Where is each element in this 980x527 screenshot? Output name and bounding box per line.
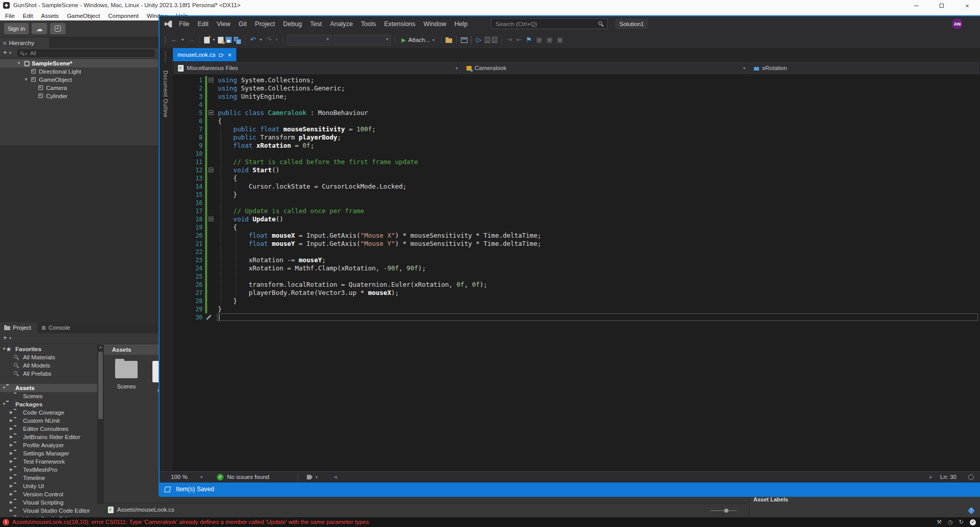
attach-button[interactable]: ▶Attach...▾ <box>399 37 437 43</box>
open-folder-icon[interactable] <box>446 38 452 43</box>
tab-project[interactable]: Project <box>0 322 37 333</box>
navbar-member-dropdown[interactable]: xRotation <box>750 62 979 74</box>
error-icon[interactable]: ! <box>3 519 9 525</box>
document-icon[interactable] <box>485 37 490 43</box>
add-object-caret-icon[interactable]: ▾ <box>9 51 11 55</box>
project-item-profile-analyzer[interactable]: ▶Profile Analyzer <box>0 441 97 449</box>
preview-window-icon[interactable] <box>461 37 467 43</box>
tab-mouselook[interactable]: mouseLook.cs × <box>173 48 236 61</box>
document-outline-tab[interactable]: Document Outline <box>163 71 169 118</box>
project-item-textmeshpro[interactable]: ▶TextMeshPro <box>0 466 97 474</box>
navigate-back-icon[interactable]: ← <box>170 34 179 45</box>
code-line-1[interactable]: 1using System.Collections; <box>173 76 980 84</box>
caret-down-icon[interactable]: ▼ <box>24 76 28 84</box>
scroll-right-icon[interactable]: ▶ <box>929 472 933 483</box>
vs-menu-tools[interactable]: Tools <box>357 16 380 32</box>
sign-in-button[interactable]: Sign in <box>4 23 29 34</box>
code-line-15[interactable]: 15 } <box>173 191 980 199</box>
project-item-visual-scripting[interactable]: ▶Visual Scripting <box>0 498 97 507</box>
project-item-scenes[interactable]: Scenes <box>0 392 97 400</box>
vs-menu-debug[interactable]: Debug <box>279 16 306 32</box>
code-line-26[interactable]: 26 transform.localRotation = Quaternion.… <box>173 281 980 289</box>
project-item-code-coverage[interactable]: ▶Code Coverage <box>0 408 97 417</box>
navigate-forward-icon[interactable]: → <box>187 34 195 45</box>
project-item-favorites[interactable]: ▼★Favorites <box>0 345 97 353</box>
caret-right-icon[interactable]: ▶ <box>10 417 13 425</box>
code-line-17[interactable]: 17 // Update is called once per frame <box>173 207 980 215</box>
solution-name[interactable]: Solution1 <box>615 18 648 29</box>
indent-icon[interactable]: ⇥ <box>506 34 514 45</box>
caret-right-icon[interactable]: ▶ <box>10 433 13 441</box>
project-item-timeline[interactable]: ▶Timeline <box>0 474 97 482</box>
unity-menu-file[interactable]: File <box>1 11 19 20</box>
project-item-test-framework[interactable]: ▶Test Framework <box>0 457 97 466</box>
tab-console[interactable]: ≣Console <box>37 322 76 333</box>
caret-right-icon[interactable]: ▶ <box>10 441 13 449</box>
code-line-28[interactable]: 28 } <box>173 297 980 305</box>
project-item-version-control[interactable]: ▶Version Control <box>0 490 97 498</box>
comment-icon[interactable]: ▣ <box>535 34 543 45</box>
minimize-button[interactable] <box>903 0 929 11</box>
quick-actions-icon[interactable] <box>207 315 212 320</box>
vs-search-input[interactable]: Search (Ctrl+Q) <box>491 18 608 29</box>
code-line-11[interactable]: 11 // Start is called before the first f… <box>173 158 980 166</box>
unity-menu-component[interactable]: Component <box>104 11 142 20</box>
navbar-project-dropdown[interactable]: Miscellaneous Files ▾ <box>174 62 461 74</box>
fold-collapse-icon[interactable] <box>209 78 213 82</box>
refresh-icon[interactable]: ↻ <box>959 518 964 526</box>
add-object-button[interactable]: + <box>3 49 7 56</box>
code-line-16[interactable]: 16 <box>173 199 980 207</box>
fold-collapse-icon[interactable] <box>209 110 213 115</box>
vs-menu-window[interactable]: Window <box>419 16 450 32</box>
tag-filter-icon[interactable] <box>307 475 313 479</box>
code-line-25[interactable]: 25 <box>173 272 980 281</box>
project-item-assets[interactable]: ▼Assets <box>0 384 97 392</box>
save-all-icon[interactable] <box>234 37 240 43</box>
vs-menu-test[interactable]: Test <box>306 16 326 32</box>
code-line-5[interactable]: 5public class Cameralook : MonoBehaviour <box>173 109 980 117</box>
tag-caret-icon[interactable]: ▾ <box>316 472 318 483</box>
navbar-type-dropdown[interactable]: Cameralook ▾ <box>462 62 749 74</box>
caret-right-icon[interactable]: ▶ <box>10 474 13 482</box>
save-icon[interactable] <box>226 37 232 43</box>
zoom-caret-icon[interactable]: ▾ <box>201 472 203 483</box>
caret-right-icon[interactable]: ▶ <box>10 457 13 466</box>
caret-down-icon[interactable]: ▼ <box>17 59 21 67</box>
hierarchy-item-gameobject[interactable]: ▼GameObject <box>0 76 158 84</box>
add-item-icon[interactable] <box>218 37 224 43</box>
platform-combobox[interactable] <box>333 35 391 45</box>
project-item-settings-manager[interactable]: ▶Settings Manager <box>0 449 97 457</box>
project-item-unity-ui[interactable]: ▶Unity UI <box>0 482 97 490</box>
code-line-3[interactable]: 3using UnityEngine; <box>173 93 980 101</box>
scrollbar-up-icon[interactable]: ▲ <box>99 345 102 349</box>
close-button[interactable]: × <box>954 0 980 11</box>
caret-right-icon[interactable]: ▶ <box>10 449 13 457</box>
document-icon[interactable] <box>492 37 497 43</box>
toolbar-grip[interactable] <box>471 36 473 43</box>
caret-right-icon[interactable]: ▶ <box>10 408 13 417</box>
project-item-jetbrains-rider-editor[interactable]: ▶JetBrains Rider Editor <box>0 433 97 441</box>
code-line-13[interactable]: 13 { <box>173 174 980 182</box>
new-file-caret[interactable]: ▾ <box>212 34 216 45</box>
code-line-8[interactable]: 8 public Transform playerBody; <box>173 133 980 142</box>
vs-menu-extensions[interactable]: Extensions <box>380 16 419 32</box>
cloud-button[interactable]: ☁ <box>32 23 47 34</box>
project-add-caret-icon[interactable]: ▾ <box>9 336 11 340</box>
outdent-icon[interactable]: ⇤ <box>515 34 523 45</box>
undo-icon[interactable]: ↶ <box>249 34 257 45</box>
code-line-22[interactable]: 22 <box>173 248 980 256</box>
tab-close-icon[interactable]: × <box>228 52 232 58</box>
unity-menu-edit[interactable]: Edit <box>19 11 37 20</box>
code-line-9[interactable]: 9 float xRotation = 0f; <box>173 142 980 150</box>
vs-menu-help[interactable]: Help <box>451 16 472 32</box>
code-line-4[interactable]: 4 <box>173 101 980 109</box>
toolbar-grip[interactable] <box>165 36 167 43</box>
unity-menu-assets[interactable]: Assets <box>37 11 63 20</box>
code-line-29[interactable]: 29} <box>173 305 980 313</box>
hierarchy-item-samplescene[interactable]: ▼SampleScene* <box>0 59 158 67</box>
code-line-27[interactable]: 27 playerBody.Rotate(Vector3.up * mouseX… <box>173 289 980 297</box>
hierarchy-item-cylinder[interactable]: Cylinder <box>0 92 158 100</box>
status-circle-icon[interactable] <box>968 474 974 480</box>
hierarchy-item-directional-light[interactable]: Directional Light <box>0 67 158 76</box>
project-item-custom-nunit[interactable]: ▶Custom NUnit <box>0 417 97 425</box>
